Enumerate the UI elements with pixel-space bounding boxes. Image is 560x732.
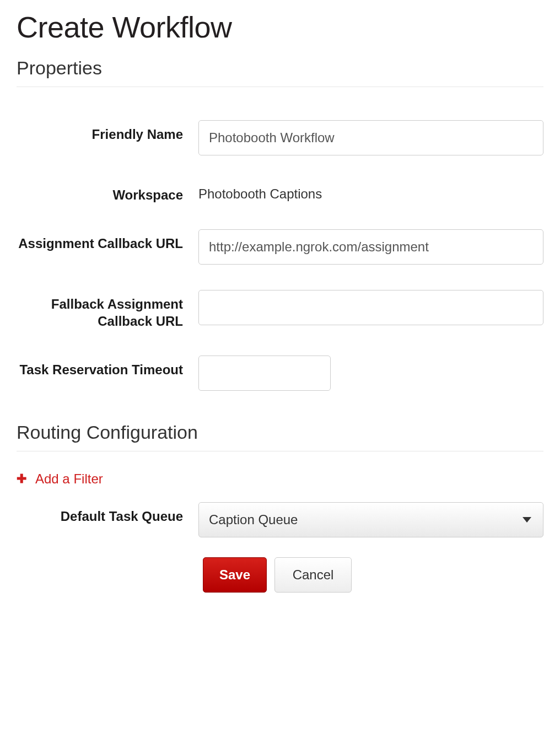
fallback-assignment-callback-url-row: Fallback Assignment Callback URL: [17, 290, 543, 330]
fallback-assignment-callback-url-label: Fallback Assignment Callback URL: [17, 290, 198, 330]
workspace-row: Workspace Photobooth Captions: [17, 181, 543, 204]
cancel-button[interactable]: Cancel: [274, 557, 352, 593]
task-reservation-timeout-row: Task Reservation Timeout: [17, 356, 543, 391]
default-task-queue-row: Default Task Queue Caption Queue: [17, 502, 543, 537]
add-filter-label: Add a Filter: [35, 471, 103, 487]
default-task-queue-select[interactable]: Caption Queue: [198, 502, 543, 537]
form-actions: Save Cancel: [203, 557, 543, 593]
page-title: Create Workflow: [17, 0, 543, 57]
task-reservation-timeout-input[interactable]: [198, 356, 331, 391]
workspace-label: Workspace: [17, 181, 198, 204]
save-button[interactable]: Save: [203, 557, 267, 593]
assignment-callback-url-label: Assignment Callback URL: [17, 229, 198, 252]
routing-section: Routing Configuration ✚ Add a Filter Def…: [17, 422, 543, 593]
friendly-name-input[interactable]: [198, 120, 543, 155]
friendly-name-row: Friendly Name: [17, 120, 543, 155]
assignment-callback-url-input[interactable]: [198, 229, 543, 265]
add-filter-button[interactable]: ✚ Add a Filter: [17, 471, 103, 487]
default-task-queue-label: Default Task Queue: [17, 502, 198, 525]
properties-section: Properties Friendly Name Workspace Photo…: [17, 57, 543, 391]
properties-header: Properties: [17, 57, 543, 87]
friendly-name-label: Friendly Name: [17, 120, 198, 143]
routing-header: Routing Configuration: [17, 422, 543, 451]
fallback-assignment-callback-url-input[interactable]: [198, 290, 543, 325]
default-task-queue-value: Caption Queue: [209, 512, 298, 528]
assignment-callback-url-row: Assignment Callback URL: [17, 229, 543, 265]
task-reservation-timeout-label: Task Reservation Timeout: [17, 356, 198, 379]
workspace-value: Photobooth Captions: [198, 181, 543, 202]
plus-icon: ✚: [17, 473, 26, 485]
